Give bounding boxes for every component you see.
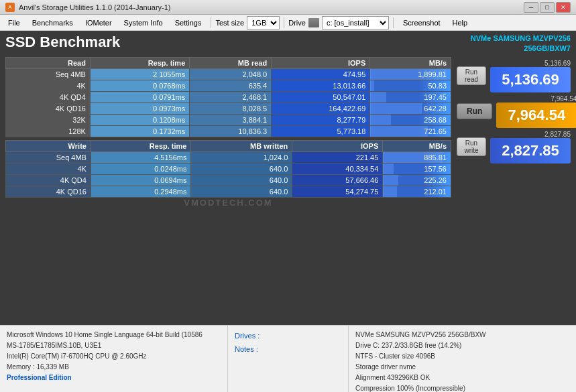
drive-name-info: NVMe SAMSUNG MZVPV256 256GB/BXW — [355, 330, 569, 340]
mb-info: MS-1785/E1785IMS.10B, U3E1 — [7, 340, 221, 351]
read-score-row: Run read 5,136.69 5,136.69 — [457, 60, 571, 92]
minimize-button[interactable]: ─ — [524, 2, 538, 13]
right-panel: Run read 5,136.69 5,136.69 Run 7,964.54 … — [457, 57, 571, 209]
read-iops: 5,773.18 — [272, 125, 370, 137]
read-mbs: 1,899.81 — [370, 68, 451, 80]
write-iops: 221.45 — [292, 151, 383, 163]
app-icon: A — [5, 3, 15, 12]
menu-system-info[interactable]: System Info — [119, 17, 168, 28]
write-table-row: Seq 4MB 4.5156ms 1,024.0 221.45 885.81 — [6, 151, 451, 163]
write-resp-time: 0.0248ms — [91, 163, 191, 174]
read-resp-time: 0.0973ms — [90, 103, 189, 114]
bottom-bar: Microsoft Windows 10 Home Single Languag… — [0, 325, 576, 392]
menu-screenshot[interactable]: Screenshot — [398, 17, 446, 28]
menu-settings[interactable]: Settings — [170, 17, 207, 28]
bottom-mid: Drives : Notes : — [228, 326, 349, 392]
write-score-box: 2,827.85 — [490, 138, 571, 164]
read-table-row: Seq 4MB 2.1055ms 2,048.0 474.95 1,899.81 — [6, 68, 451, 80]
read-mb: 2,048.0 — [190, 68, 272, 80]
read-resp-time: 0.0791ms — [90, 91, 189, 103]
run-write-button[interactable]: Run write — [457, 137, 486, 156]
col-resp-time-w: Resp. time — [91, 140, 191, 151]
drive-info: NVMe SAMSUNG MZVPV256 256GB/BXW7 — [471, 34, 571, 54]
col-mb-written: MB written — [191, 140, 292, 151]
ssd-header: SSD Benchmark NVMe SAMSUNG MZVPV256 256G… — [0, 31, 576, 56]
read-table: Read Resp. time MB read IOPS MB/s Seq 4M… — [5, 57, 451, 137]
total-score-box: 7,964.54 — [496, 103, 576, 128]
write-table-row: 4K QD16 0.2948ms 640.0 54,274.75 212.01 — [6, 186, 451, 197]
col-iops-read: IOPS — [272, 57, 370, 68]
run-read-button[interactable]: Run read — [457, 66, 486, 85]
read-table-row: 128K 0.1732ms 10,836.3 5,773.18 721.65 — [6, 125, 451, 137]
read-table-row: 4K QD4 0.0791ms 2,468.1 50,547.01 197.45 — [6, 91, 451, 103]
cpu-info: Intel(R) Core(TM) i7-6700HQ CPU @ 2.60GH… — [7, 351, 221, 362]
menu-iometer[interactable]: IOMeter — [80, 17, 117, 28]
write-table-row: 4K 0.0248ms 640.0 40,334.54 157.56 — [6, 163, 451, 174]
read-row-label: 4K QD16 — [6, 103, 91, 114]
title-bar-left: A Anvil's Storage Utilities 1.1.0 (2014-… — [5, 3, 170, 12]
alignment-info: Alignment 439296KB OK — [355, 373, 569, 383]
read-mbs: 50.83 — [370, 80, 451, 91]
write-resp-time: 0.2948ms — [91, 186, 191, 197]
col-mb-read: MB read — [190, 57, 272, 68]
total-score-row: Run 7,964.54 7,964.54 — [457, 95, 571, 128]
read-score-box: 5,136.69 — [490, 67, 571, 92]
read-mb: 10,836.3 — [190, 125, 272, 137]
menu-benchmarks[interactable]: Benchmarks — [27, 17, 78, 28]
os-info: Microsoft Windows 10 Home Single Languag… — [7, 330, 221, 340]
col-read: Read — [6, 57, 91, 68]
read-iops: 474.95 — [272, 68, 370, 80]
read-mbs: 721.65 — [370, 125, 451, 137]
read-mb: 3,884.1 — [190, 114, 272, 125]
read-resp-time: 0.1208ms — [90, 114, 189, 125]
read-mb: 635.4 — [190, 80, 272, 91]
write-mbs: 225.26 — [383, 174, 451, 186]
title-bar: A Anvil's Storage Utilities 1.1.0 (2014-… — [0, 0, 576, 15]
test-size-select[interactable]: 1GB — [247, 16, 280, 29]
write-resp-time: 0.0694ms — [91, 174, 191, 186]
window-controls: ─ □ ✕ — [524, 2, 571, 13]
read-mbs: 642.28 — [370, 103, 451, 114]
write-resp-time: 4.5156ms — [91, 151, 191, 163]
drive-icon — [308, 18, 319, 27]
write-table-row: 4K QD4 0.0694ms 640.0 57,666.46 225.26 — [6, 174, 451, 186]
col-write: Write — [6, 140, 91, 151]
write-iops: 54,274.75 — [292, 186, 383, 197]
tables-section: Read Resp. time MB read IOPS MB/s Seq 4M… — [5, 57, 451, 209]
write-mb: 1,024.0 — [191, 151, 292, 163]
test-size-label: Test size — [215, 19, 244, 27]
bottom-right: NVMe SAMSUNG MZVPV256 256GB/BXW Drive C:… — [349, 326, 576, 392]
bottom-left: Microsoft Windows 10 Home Single Languag… — [0, 326, 228, 392]
write-row-label: 4K QD4 — [6, 174, 91, 186]
app-body: SSD Benchmark NVMe SAMSUNG MZVPV256 256G… — [0, 31, 576, 392]
menu-divider2 — [284, 17, 284, 28]
run-button[interactable]: Run — [457, 103, 492, 119]
read-iops: 50,547.01 — [272, 91, 370, 103]
read-iops: 13,013.66 — [272, 80, 370, 91]
drives-label: Drives : — [235, 330, 341, 343]
write-row-label: Seq 4MB — [6, 151, 91, 163]
watermark: VMODTECH.COM — [5, 198, 451, 209]
drive-area: Drive c: [os_install] — [288, 16, 389, 29]
drive-select[interactable]: c: [os_install] — [322, 16, 389, 29]
col-mbs-read: MB/s — [370, 57, 451, 68]
professional-edition: Professional Edition — [7, 373, 221, 383]
read-resp-time: 2.1055ms — [90, 68, 189, 80]
read-iops: 164,422.69 — [272, 103, 370, 114]
close-button[interactable]: ✕ — [556, 2, 571, 13]
col-iops-w: IOPS — [292, 140, 383, 151]
read-row-label: 128K — [6, 125, 91, 137]
maximize-button[interactable]: □ — [540, 2, 555, 13]
write-table: Write Resp. time MB written IOPS MB/s Se… — [5, 140, 451, 198]
write-mbs: 212.01 — [383, 186, 451, 197]
window-title: Anvil's Storage Utilities 1.1.0 (2014-Ja… — [19, 3, 170, 11]
read-mb: 8,028.5 — [190, 103, 272, 114]
content-area: SSD Benchmark NVMe SAMSUNG MZVPV256 256G… — [0, 31, 576, 325]
menu-help[interactable]: Help — [447, 17, 473, 28]
drive-model-line1: NVMe SAMSUNG MZVPV256 — [471, 34, 571, 44]
menu-divider3 — [393, 17, 394, 28]
menu-file[interactable]: File — [3, 17, 25, 28]
read-table-row: 4K 0.0768ms 635.4 13,013.66 50.83 — [6, 80, 451, 91]
read-mbs: 258.68 — [370, 114, 451, 125]
drive-label: Drive — [288, 19, 306, 27]
